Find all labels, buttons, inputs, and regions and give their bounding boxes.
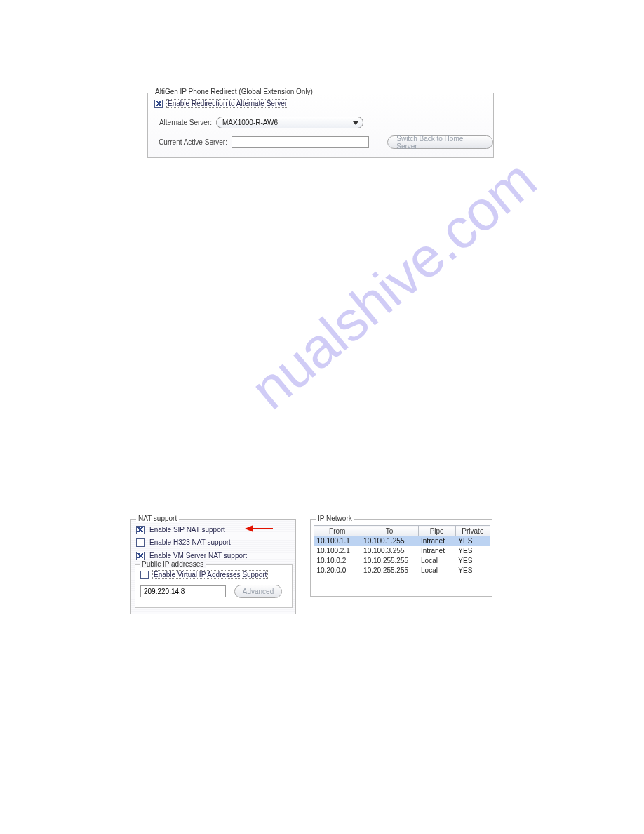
switch-back-button[interactable]: Switch Back to Home Server — [387, 135, 493, 149]
enable-virtual-ip-checkbox[interactable] — [140, 571, 149, 579]
table-row[interactable]: 10.100.1.1 10.100.1.255 Intranet YES — [314, 536, 490, 546]
cell-from: 10.20.0.0 — [314, 566, 361, 576]
cell-pipe: Intranet — [418, 546, 455, 556]
alternate-server-value: MAX1000-R-AW6 — [222, 119, 278, 126]
header-from[interactable]: From — [314, 526, 361, 536]
header-pipe[interactable]: Pipe — [418, 526, 455, 536]
table-row[interactable]: 10.20.0.0 10.20.255.255 Local YES — [314, 566, 490, 576]
chevron-down-icon — [353, 121, 358, 125]
watermark-text: nualshive.com — [239, 147, 548, 422]
enable-h323-nat-checkbox[interactable] — [136, 538, 145, 547]
enable-vm-nat-label: Enable VM Server NAT support — [148, 551, 248, 560]
redirect-group-title: AltiGen IP Phone Redirect (Global Extens… — [153, 88, 315, 95]
cell-pipe: Local — [418, 556, 455, 566]
alternate-server-select[interactable]: MAX1000-R-AW6 — [216, 117, 363, 128]
nat-groupbox: NAT support Enable SIP NAT support Enabl… — [130, 519, 296, 614]
public-ip-input[interactable] — [140, 585, 226, 597]
nat-group-title: NAT support — [136, 515, 179, 522]
enable-redirection-label: Enable Redirection to Alternate Server — [166, 99, 288, 108]
arrow-left-icon — [241, 525, 273, 532]
current-active-label: Current Active Server: — [154, 138, 227, 146]
public-ip-group-title: Public IP addresses — [140, 560, 206, 568]
ipnetwork-header-row: From To Pipe Private — [314, 526, 490, 536]
table-row[interactable]: 10.10.0.2 10.10.255.255 Local YES — [314, 556, 490, 566]
ipnetwork-group-title: IP Network — [316, 515, 354, 522]
enable-virtual-ip-label: Enable Virtual IP Addresses Support — [152, 570, 268, 579]
table-row[interactable]: 10.100.2.1 10.100.3.255 Intranet YES — [314, 546, 490, 556]
cell-to: 10.10.255.255 — [361, 556, 418, 566]
ipnetwork-table[interactable]: From To Pipe Private 10.100.1.1 10.100.1… — [314, 525, 490, 576]
advanced-button[interactable]: Advanced — [234, 585, 282, 598]
current-active-input[interactable] — [232, 136, 369, 148]
redirect-groupbox: AltiGen IP Phone Redirect (Global Extens… — [147, 93, 494, 158]
enable-sip-nat-checkbox[interactable] — [136, 526, 145, 534]
cell-to: 10.100.1.255 — [361, 536, 418, 546]
ipnetwork-groupbox: IP Network From To Pipe Private 10.100.1… — [310, 519, 492, 597]
enable-h323-nat-label: Enable H323 NAT support — [148, 538, 232, 547]
enable-sip-nat-label: Enable SIP NAT support — [148, 525, 227, 534]
enable-vm-nat-checkbox[interactable] — [136, 552, 145, 560]
cell-from: 10.10.0.2 — [314, 556, 361, 566]
cell-private: YES — [455, 566, 490, 576]
header-to[interactable]: To — [361, 526, 418, 536]
cell-to: 10.100.3.255 — [361, 546, 418, 556]
cell-pipe: Intranet — [418, 536, 455, 546]
header-private[interactable]: Private — [455, 526, 490, 536]
cell-private: YES — [455, 556, 490, 566]
cell-from: 10.100.1.1 — [314, 536, 361, 546]
alternate-server-label: Alternate Server: — [154, 119, 212, 126]
cell-to: 10.20.255.255 — [361, 566, 418, 576]
public-ip-groupbox: Public IP addresses Enable Virtual IP Ad… — [135, 564, 293, 608]
cell-pipe: Local — [418, 566, 455, 576]
cell-private: YES — [455, 546, 490, 556]
cell-from: 10.100.2.1 — [314, 546, 361, 556]
enable-redirection-checkbox[interactable] — [154, 100, 163, 108]
cell-private: YES — [455, 536, 490, 546]
